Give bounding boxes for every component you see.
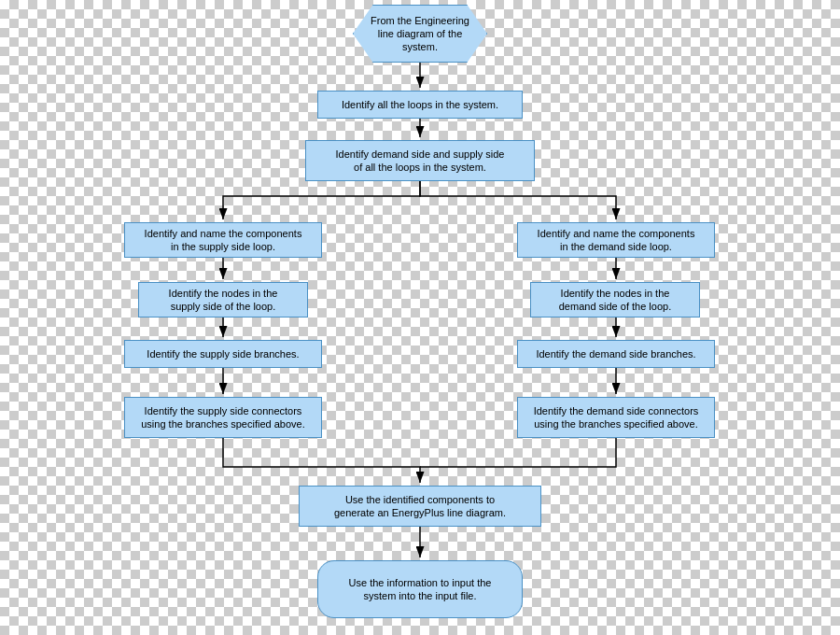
identify-loops-node: Identify all the loops in the system. xyxy=(317,91,523,119)
start-node: From the Engineering line diagram of the… xyxy=(353,5,487,63)
demand-nodes-node: Identify the nodes in the demand side of… xyxy=(530,282,700,318)
energyplus-diagram-node: Use the identified components to generat… xyxy=(299,486,541,527)
demand-components-label: Identify and name the components in the … xyxy=(538,227,695,254)
identify-demand-supply-label: Identify demand side and supply side of … xyxy=(335,148,504,175)
demand-branches-label: Identify the demand side branches. xyxy=(536,347,695,360)
supply-nodes-node: Identify the nodes in the supply side of… xyxy=(138,282,308,318)
input-file-label: Use the information to input the system … xyxy=(349,576,492,603)
identify-demand-supply-node: Identify demand side and supply side of … xyxy=(305,140,535,181)
supply-components-node: Identify and name the components in the … xyxy=(124,222,322,258)
demand-connectors-label: Identify the demand side connectors usin… xyxy=(534,404,699,431)
demand-components-node: Identify and name the components in the … xyxy=(517,222,715,258)
input-file-node: Use the information to input the system … xyxy=(317,560,523,618)
supply-nodes-label: Identify the nodes in the supply side of… xyxy=(169,287,278,314)
supply-components-label: Identify and name the components in the … xyxy=(145,227,302,254)
identify-loops-label: Identify all the loops in the system. xyxy=(342,98,498,111)
supply-connectors-node: Identify the supply side connectors usin… xyxy=(124,397,322,438)
demand-connectors-node: Identify the demand side connectors usin… xyxy=(517,397,715,438)
diagram-container: From the Engineering line diagram of the… xyxy=(0,0,840,635)
demand-nodes-label: Identify the nodes in the demand side of… xyxy=(559,287,671,314)
supply-connectors-label: Identify the supply side connectors usin… xyxy=(141,404,305,431)
energyplus-diagram-label: Use the identified components to generat… xyxy=(334,493,506,520)
demand-branches-node: Identify the demand side branches. xyxy=(517,340,715,368)
start-label: From the Engineering line diagram of the… xyxy=(354,14,486,54)
supply-branches-label: Identify the supply side branches. xyxy=(147,347,299,360)
supply-branches-node: Identify the supply side branches. xyxy=(124,340,322,368)
